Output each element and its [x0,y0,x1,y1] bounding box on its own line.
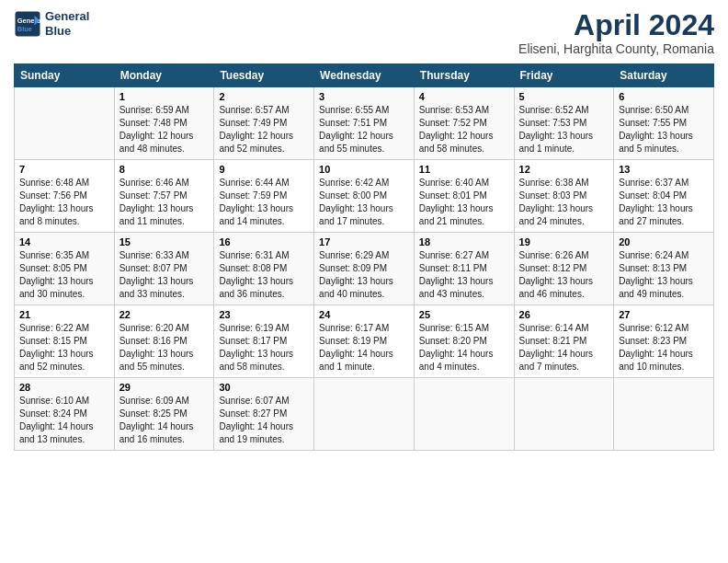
day-info: Sunrise: 6:33 AMSunset: 8:07 PMDaylight:… [119,249,210,301]
day-info: Sunrise: 6:37 AMSunset: 8:04 PMDaylight:… [619,177,709,228]
day-number: 11 [419,164,509,175]
svg-text:Blue: Blue [17,24,32,32]
calendar-cell: 29Sunrise: 6:09 AMSunset: 8:25 PMDayligh… [114,378,214,451]
calendar-cell: 27Sunrise: 6:12 AMSunset: 8:23 PMDayligh… [614,305,714,378]
calendar-cell: 1Sunrise: 6:59 AMSunset: 7:48 PMDaylight… [114,87,214,160]
day-info: Sunrise: 6:35 AMSunset: 8:05 PMDaylight:… [19,249,109,301]
day-info: Sunrise: 6:14 AMSunset: 8:21 PMDaylight:… [519,322,609,373]
day-info: Sunrise: 6:17 AMSunset: 8:19 PMDaylight:… [319,322,409,373]
logo-text-line2: Blue [45,24,89,39]
day-number: 8 [119,164,210,175]
day-info: Sunrise: 6:07 AMSunset: 8:27 PMDaylight:… [219,395,309,446]
day-info: Sunrise: 6:48 AMSunset: 7:56 PMDaylight:… [19,177,109,228]
logo-icon: General Blue [14,10,41,38]
day-info: Sunrise: 6:29 AMSunset: 8:09 PMDaylight:… [319,249,409,301]
calendar-cell: 23Sunrise: 6:19 AMSunset: 8:17 PMDayligh… [214,305,314,378]
day-info: Sunrise: 6:20 AMSunset: 8:16 PMDaylight:… [119,322,210,373]
calendar-cell: 13Sunrise: 6:37 AMSunset: 8:04 PMDayligh… [614,160,714,233]
week-row-4: 21Sunrise: 6:22 AMSunset: 8:15 PMDayligh… [15,305,714,378]
day-number: 23 [219,309,309,320]
week-row-2: 7Sunrise: 6:48 AMSunset: 7:56 PMDaylight… [15,160,714,233]
calendar-cell: 4Sunrise: 6:53 AMSunset: 7:52 PMDaylight… [414,87,514,160]
calendar-cell: 11Sunrise: 6:40 AMSunset: 8:01 PMDayligh… [414,160,514,233]
calendar-cell: 10Sunrise: 6:42 AMSunset: 8:00 PMDayligh… [314,160,415,233]
day-info: Sunrise: 6:53 AMSunset: 7:52 PMDaylight:… [419,104,509,155]
calendar-cell [15,87,115,160]
calendar-cell: 18Sunrise: 6:27 AMSunset: 8:11 PMDayligh… [414,233,514,305]
logo-text-line1: General [45,9,89,24]
day-info: Sunrise: 6:44 AMSunset: 7:59 PMDaylight:… [219,177,309,228]
day-info: Sunrise: 6:38 AMSunset: 8:03 PMDaylight:… [519,177,609,228]
calendar-cell: 16Sunrise: 6:31 AMSunset: 8:08 PMDayligh… [214,233,314,305]
day-number: 6 [619,91,709,102]
day-info: Sunrise: 6:57 AMSunset: 7:49 PMDaylight:… [219,104,309,155]
day-number: 3 [319,91,409,102]
calendar-cell: 7Sunrise: 6:48 AMSunset: 7:56 PMDaylight… [15,160,115,233]
week-row-5: 28Sunrise: 6:10 AMSunset: 8:24 PMDayligh… [15,378,714,451]
day-number: 22 [119,309,210,320]
calendar-cell: 8Sunrise: 6:46 AMSunset: 7:57 PMDaylight… [114,160,214,233]
day-info: Sunrise: 6:09 AMSunset: 8:25 PMDaylight:… [119,395,210,446]
day-info: Sunrise: 6:27 AMSunset: 8:11 PMDaylight:… [419,249,509,301]
calendar-cell: 21Sunrise: 6:22 AMSunset: 8:15 PMDayligh… [15,305,115,378]
main-title: April 2024 [518,9,714,41]
calendar-cell [414,378,514,451]
calendar-cell: 24Sunrise: 6:17 AMSunset: 8:19 PMDayligh… [314,305,415,378]
day-number: 12 [519,164,609,175]
day-number: 21 [19,309,109,320]
title-block: April 2024 Eliseni, Harghita County, Rom… [518,9,714,56]
logo: General Blue General Blue [14,9,89,38]
calendar-cell: 5Sunrise: 6:52 AMSunset: 7:53 PMDaylight… [514,87,614,160]
day-info: Sunrise: 6:19 AMSunset: 8:17 PMDaylight:… [219,322,309,373]
day-number: 28 [19,382,109,393]
day-header-friday: Friday [514,64,614,87]
calendar-cell: 3Sunrise: 6:55 AMSunset: 7:51 PMDaylight… [314,87,415,160]
calendar-cell: 14Sunrise: 6:35 AMSunset: 8:05 PMDayligh… [15,233,115,305]
calendar-cell: 9Sunrise: 6:44 AMSunset: 7:59 PMDaylight… [214,160,314,233]
day-header-thursday: Thursday [414,64,514,87]
calendar-cell: 15Sunrise: 6:33 AMSunset: 8:07 PMDayligh… [114,233,214,305]
week-row-3: 14Sunrise: 6:35 AMSunset: 8:05 PMDayligh… [15,233,714,305]
calendar-cell: 17Sunrise: 6:29 AMSunset: 8:09 PMDayligh… [314,233,415,305]
calendar-cell: 25Sunrise: 6:15 AMSunset: 8:20 PMDayligh… [414,305,514,378]
day-info: Sunrise: 6:12 AMSunset: 8:23 PMDaylight:… [619,322,709,373]
day-info: Sunrise: 6:22 AMSunset: 8:15 PMDaylight:… [19,322,109,373]
day-number: 16 [219,236,309,247]
calendar-cell [314,378,415,451]
day-number: 29 [119,382,210,393]
calendar-cell: 19Sunrise: 6:26 AMSunset: 8:12 PMDayligh… [514,233,614,305]
calendar-table: SundayMondayTuesdayWednesdayThursdayFrid… [14,63,714,451]
day-number: 1 [119,91,210,102]
day-number: 10 [319,164,409,175]
calendar-header-row: SundayMondayTuesdayWednesdayThursdayFrid… [15,64,714,87]
subtitle: Eliseni, Harghita County, Romania [518,41,714,56]
day-number: 7 [19,164,109,175]
calendar-cell: 20Sunrise: 6:24 AMSunset: 8:13 PMDayligh… [614,233,714,305]
week-row-1: 1Sunrise: 6:59 AMSunset: 7:48 PMDaylight… [15,87,714,160]
day-number: 2 [219,91,309,102]
calendar-cell: 28Sunrise: 6:10 AMSunset: 8:24 PMDayligh… [15,378,115,451]
calendar-cell: 26Sunrise: 6:14 AMSunset: 8:21 PMDayligh… [514,305,614,378]
day-number: 9 [219,164,309,175]
day-header-sunday: Sunday [15,64,115,87]
day-number: 30 [219,382,309,393]
day-info: Sunrise: 6:59 AMSunset: 7:48 PMDaylight:… [119,104,210,155]
day-info: Sunrise: 6:46 AMSunset: 7:57 PMDaylight:… [119,177,210,228]
day-number: 17 [319,236,409,247]
day-info: Sunrise: 6:40 AMSunset: 8:01 PMDaylight:… [419,177,509,228]
day-number: 27 [619,309,709,320]
calendar-cell [614,378,714,451]
day-number: 4 [419,91,509,102]
day-number: 13 [619,164,709,175]
calendar-cell [514,378,614,451]
day-header-saturday: Saturday [614,64,714,87]
day-header-wednesday: Wednesday [314,64,415,87]
day-number: 20 [619,236,709,247]
day-number: 5 [519,91,609,102]
day-info: Sunrise: 6:24 AMSunset: 8:13 PMDaylight:… [619,249,709,301]
day-number: 15 [119,236,210,247]
day-number: 18 [419,236,509,247]
day-header-tuesday: Tuesday [214,64,314,87]
calendar-cell: 30Sunrise: 6:07 AMSunset: 8:27 PMDayligh… [214,378,314,451]
calendar-cell: 22Sunrise: 6:20 AMSunset: 8:16 PMDayligh… [114,305,214,378]
